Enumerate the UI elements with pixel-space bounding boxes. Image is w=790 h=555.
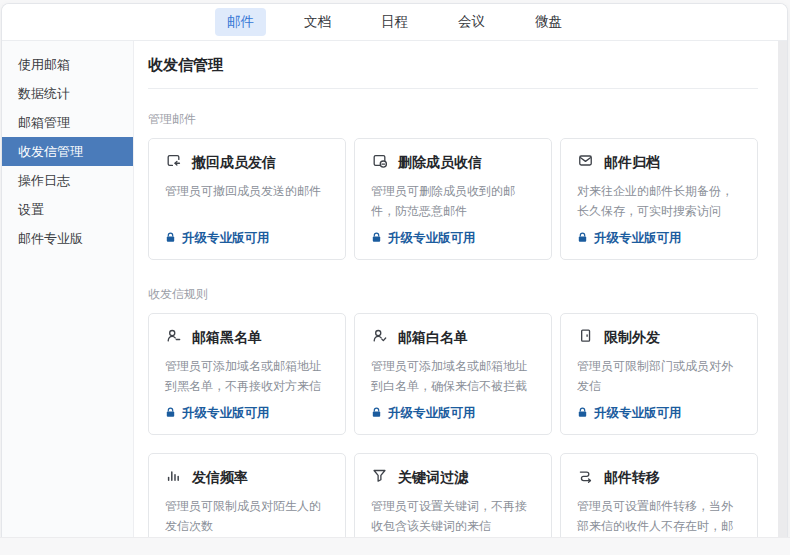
send-frequency-icon xyxy=(165,467,182,488)
card-mail-transfer[interactable]: 邮件转移 管理员可设置邮件转移，当外部来信的收件人不存在时，邮件被转移到特定邮箱… xyxy=(560,453,758,537)
mail-archive-icon xyxy=(577,152,594,173)
sidebar-item-settings[interactable]: 设置 xyxy=(2,195,133,224)
card-restrict-outgoing[interactable]: 限制外发 管理员可限制部门或成员对外发信 升级专业版可用 xyxy=(560,313,758,435)
upgrade-link[interactable]: 升级专业版可用 xyxy=(577,230,741,247)
card-title: 撤回成员发信 xyxy=(192,154,276,172)
tab-schedule[interactable]: 日程 xyxy=(369,8,420,36)
tab-drive[interactable]: 微盘 xyxy=(523,8,574,36)
recall-icon xyxy=(165,152,182,173)
keyword-filter-icon xyxy=(371,467,388,488)
sidebar-item-operation-log[interactable]: 操作日志 xyxy=(2,166,133,195)
lock-icon xyxy=(165,232,176,246)
section-label-manage-mail: 管理邮件 xyxy=(148,111,758,128)
lock-icon xyxy=(577,232,588,246)
card-description: 管理员可添加域名或邮箱地址到白名单，确保来信不被拦截 xyxy=(371,357,535,397)
sidebar-item-usage[interactable]: 使用邮箱 xyxy=(2,50,133,79)
upgrade-link[interactable]: 升级专业版可用 xyxy=(577,405,741,422)
page-title: 收发信管理 xyxy=(148,56,758,75)
upgrade-link[interactable]: 升级专业版可用 xyxy=(371,405,535,422)
card-description: 管理员可设置邮件转移，当外部来信的收件人不存在时，邮件被转移到特定邮箱 xyxy=(577,497,741,537)
card-description: 管理员可添加域名或邮箱地址到黑名单，不再接收对方来信 xyxy=(165,357,329,397)
card-description: 管理员可限制成员对陌生人的发信次数 xyxy=(165,497,329,537)
card-description: 管理员可撤回成员发送的邮件 xyxy=(165,182,329,202)
lock-icon xyxy=(371,232,382,246)
delete-mail-icon xyxy=(371,152,388,173)
tab-mail[interactable]: 邮件 xyxy=(215,8,266,36)
card-mail-whitelist[interactable]: 邮箱白名单 管理员可添加域名或邮箱地址到白名单，确保来信不被拦截 升级专业版可用 xyxy=(354,313,552,435)
sidebar-item-statistics[interactable]: 数据统计 xyxy=(2,79,133,108)
upgrade-label: 升级专业版可用 xyxy=(388,230,476,247)
card-mail-blacklist[interactable]: 邮箱黑名单 管理员可添加域名或邮箱地址到黑名单，不再接收对方来信 升级专业版可用 xyxy=(148,313,346,435)
admin-window: 邮件 文档 日程 会议 微盘 使用邮箱 数据统计 邮箱管理 收发信管理 操作日志… xyxy=(1,3,788,537)
lock-icon xyxy=(577,407,588,421)
card-title: 发信频率 xyxy=(192,469,248,487)
card-keyword-filter[interactable]: 关键词过滤 管理员可设置关键词，不再接收包含该关键词的来信 升级专业版可用 xyxy=(354,453,552,537)
tab-docs[interactable]: 文档 xyxy=(292,8,343,36)
upgrade-label: 升级专业版可用 xyxy=(594,230,682,247)
card-description: 管理员可删除成员收到的邮件，防范恶意邮件 xyxy=(371,182,535,222)
divider xyxy=(148,88,758,89)
card-title: 删除成员收信 xyxy=(398,154,482,172)
card-send-frequency[interactable]: 发信频率 管理员可限制成员对陌生人的发信次数 升级专业版可用 xyxy=(148,453,346,537)
card-title: 关键词过滤 xyxy=(398,469,468,487)
card-title: 限制外发 xyxy=(604,329,660,347)
upgrade-link[interactable]: 升级专业版可用 xyxy=(371,230,535,247)
card-recall-member-mail[interactable]: 撤回成员发信 管理员可撤回成员发送的邮件 升级专业版可用 xyxy=(148,138,346,260)
mail-transfer-icon xyxy=(577,467,594,488)
tab-meeting[interactable]: 会议 xyxy=(446,8,497,36)
card-description: 管理员可限制部门或成员对外发信 xyxy=(577,357,741,397)
sidebar-item-send-receive-management[interactable]: 收发信管理 xyxy=(2,137,133,166)
rules-card-grid: 邮箱黑名单 管理员可添加域名或邮箱地址到黑名单，不再接收对方来信 升级专业版可用… xyxy=(148,313,758,537)
upgrade-label: 升级专业版可用 xyxy=(182,230,270,247)
card-description: 对来往企业的邮件长期备份，长久保存，可实时搜索访问 xyxy=(577,182,741,222)
upgrade-label: 升级专业版可用 xyxy=(182,405,270,422)
sidebar-item-mailbox-management[interactable]: 邮箱管理 xyxy=(2,108,133,137)
card-delete-member-mail[interactable]: 删除成员收信 管理员可删除成员收到的邮件，防范恶意邮件 升级专业版可用 xyxy=(354,138,552,260)
vertical-scrollbar[interactable] xyxy=(778,41,787,537)
top-navigation: 邮件 文档 日程 会议 微盘 xyxy=(2,4,787,41)
upgrade-link[interactable]: 升级专业版可用 xyxy=(165,230,329,247)
section-label-send-receive-rules: 收发信规则 xyxy=(148,286,758,303)
restrict-outgoing-icon xyxy=(577,327,594,348)
lock-icon xyxy=(165,407,176,421)
whitelist-icon xyxy=(371,327,388,348)
sidebar: 使用邮箱 数据统计 邮箱管理 收发信管理 操作日志 设置 邮件专业版 xyxy=(2,41,134,537)
manage-mail-card-grid: 撤回成员发信 管理员可撤回成员发送的邮件 升级专业版可用 删除成员收信 管理员可… xyxy=(148,138,758,260)
sidebar-item-mail-pro[interactable]: 邮件专业版 xyxy=(2,224,133,253)
page-background-strip xyxy=(0,537,790,555)
card-description: 管理员可设置关键词，不再接收包含该关键词的来信 xyxy=(371,497,535,537)
card-title: 邮件转移 xyxy=(604,469,660,487)
card-title: 邮箱白名单 xyxy=(398,329,468,347)
blacklist-icon xyxy=(165,327,182,348)
upgrade-link[interactable]: 升级专业版可用 xyxy=(165,405,329,422)
card-title: 邮件归档 xyxy=(604,154,660,172)
upgrade-label: 升级专业版可用 xyxy=(594,405,682,422)
upgrade-label: 升级专业版可用 xyxy=(388,405,476,422)
card-title: 邮箱黑名单 xyxy=(192,329,262,347)
lock-icon xyxy=(371,407,382,421)
main-content: 收发信管理 管理邮件 撤回成员发信 管理员可撤回成员发送的邮件 升级专业版可用 xyxy=(134,41,778,537)
card-mail-archive[interactable]: 邮件归档 对来往企业的邮件长期备份，长久保存，可实时搜索访问 升级专业版可用 xyxy=(560,138,758,260)
